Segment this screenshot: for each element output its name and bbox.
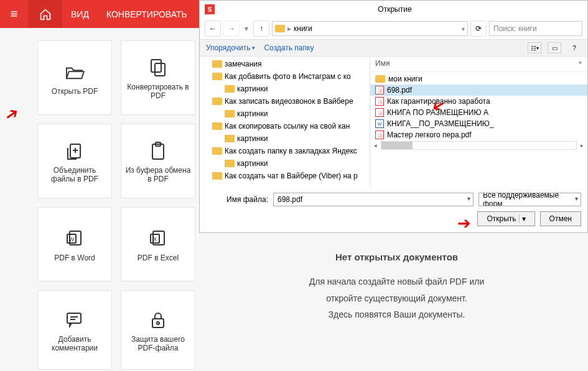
empty-line2: откройте существующий документ. [326, 293, 467, 303]
breadcrumb[interactable]: книги [294, 24, 312, 33]
lock-icon [150, 308, 166, 332]
help-button[interactable]: ? [567, 42, 581, 53]
folder-icon [212, 73, 222, 80]
file-type-filter[interactable]: Все поддерживаемые форм [478, 193, 581, 206]
svg-text:W: W [69, 236, 75, 242]
tree-folder[interactable]: Как добавить фото в Инстаграм с ко [200, 70, 370, 83]
filename-input[interactable]: 698.pdf [273, 193, 474, 206]
file-name: мои книги [388, 75, 422, 83]
tree-folder[interactable]: Как создать папку в закладках Яндекс [200, 145, 370, 157]
back-button[interactable]: ← [205, 21, 221, 37]
home-tab[interactable] [28, 0, 62, 28]
tree-folder[interactable]: картинки [200, 132, 370, 145]
svg-text:X: X [153, 236, 157, 242]
preview-pane-button[interactable]: ▭ [548, 42, 561, 53]
tile-label: Открыть PDF [48, 85, 101, 96]
file-name: КНИГА__ПО_РАЗМЕЩЕНИЮ_ [387, 119, 494, 128]
folder-icon [275, 25, 285, 32]
tree-folder[interactable]: Как создать чат в Вайбере (Viber) на р [200, 170, 370, 182]
search-input[interactable]: Поиск: книги [489, 21, 582, 36]
merge-icon [65, 139, 84, 163]
pdf-icon: ❏ [375, 86, 384, 94]
tile-label: Добавить комментарии [38, 332, 111, 352]
file-list[interactable]: Имя▸ мои книги❏698.pdf❏Как гарантированн… [370, 57, 587, 188]
svg-rect-0 [151, 60, 161, 72]
folder-icon [212, 60, 222, 68]
empty-line3: Здесь появятся Ваши документы. [329, 309, 465, 319]
menu-icon[interactable]: ≡ [0, 7, 28, 21]
tab-convert[interactable]: КОНВЕРТИРОВАТЬ [98, 9, 196, 19]
folder-open-icon [64, 60, 85, 85]
folder-icon [212, 122, 222, 130]
tile-comments[interactable]: Добавить комментарии [37, 290, 112, 370]
tile-to-word[interactable]: W PDF в Word [37, 207, 112, 282]
folder-icon [225, 85, 235, 93]
tile-open-pdf[interactable]: Открыть PDF [37, 40, 112, 115]
tile-convert[interactable]: Конвертировать в PDF [121, 40, 195, 115]
tile-label: PDF в Excel [134, 251, 182, 262]
dialog-toolbar: Упорядочить ▾ Создать папку ☷ ▾ ▭ ? [200, 39, 587, 57]
pdf-icon: ❏ [375, 108, 384, 117]
pdf-icon: ❏ [375, 97, 384, 106]
annotation-arrow: ➔ [457, 214, 471, 233]
up-button[interactable]: ↑ [253, 21, 269, 37]
file-name: 698.pdf [387, 86, 412, 94]
folder-icon [225, 110, 235, 117]
excel-icon: X [149, 226, 167, 251]
tile-merge[interactable]: Объединить файлы в PDF [37, 124, 112, 198]
tile-label: PDF в Word [50, 251, 99, 262]
file-name: Мастер легкого пера.pdf [387, 131, 472, 139]
folder-icon [375, 75, 385, 83]
svg-point-13 [157, 322, 159, 324]
file-row[interactable]: мои книги [370, 73, 587, 85]
file-row[interactable]: WКНИГА__ПО_РАЗМЕЩЕНИЮ_ [370, 118, 587, 129]
forward-button[interactable]: → [223, 21, 240, 37]
empty-line1: Для начала создайте новый файл PDF или [309, 277, 484, 286]
chevron-down-icon[interactable]: ▾ [242, 24, 251, 33]
new-folder-button[interactable]: Создать папку [264, 44, 314, 52]
open-button[interactable]: Открыть▾ [477, 211, 534, 226]
file-row[interactable]: ❏Как гарантированно заработа [370, 96, 587, 107]
horizontal-scrollbar[interactable]: ◂ ▸ [370, 140, 587, 150]
chevron-down-icon[interactable]: ▾ [519, 214, 526, 223]
tile-to-excel[interactable]: X PDF в Excel [121, 207, 195, 282]
tree-folder[interactable]: замечания [200, 58, 370, 70]
tree-folder[interactable]: Как записать видеозвонок в Вайбере [200, 95, 370, 108]
nav-bar: ← → ▾ ↑ ▸ книги ▾ ⟳ Поиск: книги [200, 18, 587, 39]
column-header[interactable]: Имя▸ [370, 59, 587, 72]
dialog-titlebar: S Открытие [200, 1, 587, 18]
filename-label: Имя файла: [206, 195, 268, 204]
refresh-button[interactable]: ⟳ [470, 21, 487, 37]
word-icon: W [65, 226, 84, 251]
tree-folder[interactable]: Как скопировать ссылку на свой кан [200, 120, 370, 132]
view-mode-button[interactable]: ☷ ▾ [528, 42, 541, 53]
tab-view[interactable]: ВИД [62, 9, 98, 19]
svg-rect-1 [155, 63, 165, 76]
open-dialog: S Открытие ← → ▾ ↑ ▸ книги ▾ ⟳ Поиск: кн… [199, 0, 588, 233]
chevron-right-icon: ▸ [579, 59, 582, 68]
tile-label: Из буфера обмена в PDF [121, 163, 195, 183]
scroll-left-icon[interactable]: ◂ [373, 142, 378, 149]
tile-label: Защита вашего PDF-файла [121, 332, 195, 352]
tile-protect[interactable]: Защита вашего PDF-файла [121, 290, 195, 370]
word-icon: W [375, 119, 384, 128]
file-row[interactable]: ❏КНИГА ПО РАЗМЕЩЕНИЮ А [370, 107, 587, 118]
organize-menu[interactable]: Упорядочить ▾ [206, 44, 255, 52]
file-row[interactable]: ❏Мастер легкого пера.pdf [370, 129, 587, 140]
tree-folder[interactable]: картинки [200, 108, 370, 120]
clipboard-icon [150, 139, 166, 163]
tile-label: Конвертировать в PDF [121, 80, 195, 100]
tree-folder[interactable]: картинки [200, 157, 370, 170]
file-row[interactable]: ❏698.pdf [370, 85, 587, 96]
svg-rect-11 [67, 313, 81, 323]
folder-icon [225, 160, 235, 167]
folder-icon [212, 98, 222, 105]
cancel-button[interactable]: Отмен [540, 211, 581, 226]
tile-clipboard[interactable]: Из буфера обмена в PDF [121, 124, 195, 198]
scroll-right-icon[interactable]: ▸ [579, 142, 585, 149]
tree-folder[interactable]: картинки [200, 83, 370, 95]
address-bar[interactable]: ▸ книги ▾ [272, 21, 468, 36]
folder-icon [225, 135, 235, 142]
folder-icon [212, 147, 222, 155]
folder-tree[interactable]: замечанияКак добавить фото в Инстаграм с… [200, 57, 370, 188]
